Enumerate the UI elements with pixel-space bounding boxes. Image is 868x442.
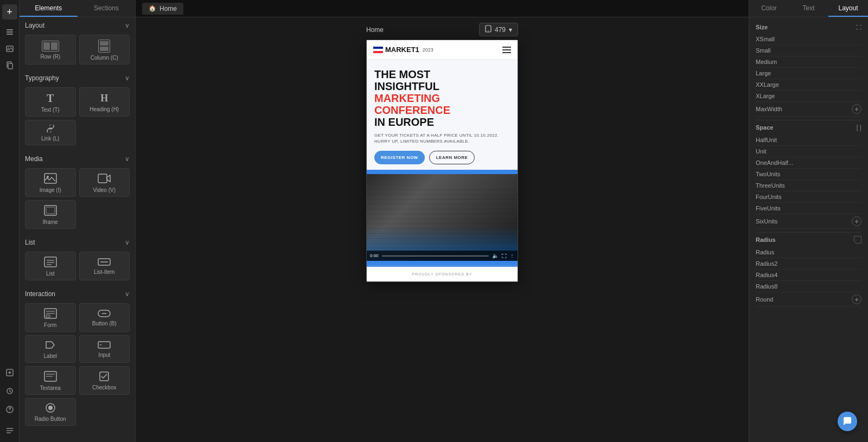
space-sixunits-row[interactable]: SixUnits +	[756, 214, 861, 229]
media-collapse-icon: ∨	[125, 155, 130, 163]
phone-preview: MARKET1 2023 THE MOST INSIGHTFUL MARKETI…	[366, 40, 518, 282]
video-time: 0:00	[370, 253, 379, 258]
image-element[interactable]: Image (I)	[25, 168, 76, 197]
typography-section-header[interactable]: Typography ∨	[20, 70, 135, 85]
svg-rect-1	[7, 34, 13, 35]
sponsor-section: PROUDLY SPONSORED BY	[367, 265, 518, 281]
label-element[interactable]: Label	[25, 335, 76, 363]
volume-icon[interactable]: 🔈	[492, 253, 499, 259]
column-element[interactable]: Column (C)	[79, 35, 130, 65]
more-icon[interactable]: ⋮	[510, 253, 514, 258]
space-fourunits-row[interactable]: FourUnits	[756, 191, 861, 203]
label-icon	[45, 340, 56, 351]
link-icon	[46, 125, 55, 133]
mobile-icon	[485, 25, 492, 34]
sixunits-add-btn[interactable]: +	[852, 216, 861, 226]
chat-bubble[interactable]	[838, 412, 857, 431]
hamburger-menu[interactable]	[502, 47, 511, 53]
textarea-icon	[44, 371, 57, 383]
checkbox-element[interactable]: Checkbox	[79, 366, 130, 395]
media-section-header[interactable]: Media ∨	[20, 151, 135, 166]
checkbox-icon	[99, 371, 109, 382]
textarea-element[interactable]: Textarea	[25, 366, 76, 395]
round-row[interactable]: Round +	[756, 292, 861, 307]
size-large-row[interactable]: Large	[756, 68, 861, 79]
row-element[interactable]: Row (R)	[25, 35, 76, 65]
add-icon[interactable]: +	[2, 4, 17, 20]
list-section-header[interactable]: List ∨	[20, 234, 135, 249]
list-item-element[interactable]: List-Item	[79, 252, 130, 280]
size-maxwidth-row[interactable]: MaxWidth +	[756, 102, 861, 117]
text-element[interactable]: T Text (T)	[25, 87, 76, 117]
svg-rect-6	[8, 63, 12, 69]
radius4-row[interactable]: Radius4	[756, 270, 861, 281]
svg-rect-16	[98, 174, 107, 183]
typography-collapse-icon: ∨	[125, 74, 130, 82]
tab-layout[interactable]: Layout	[828, 0, 868, 17]
layout-collapse-icon: ∨	[125, 22, 130, 29]
bottom-icon-1[interactable]	[2, 365, 17, 380]
size-small-row[interactable]: Small	[756, 45, 861, 56]
space-threeunits-row[interactable]: ThreeUnits	[756, 180, 861, 191]
bottom-icon-2[interactable]	[2, 383, 17, 399]
video-element[interactable]: Video (V)	[79, 168, 130, 197]
register-now-button[interactable]: REGISTER NOW	[374, 151, 425, 164]
tab-text[interactable]: Text	[789, 0, 828, 17]
size-xsmall-row[interactable]: XSmall	[756, 34, 861, 45]
input-element[interactable]: Input	[79, 335, 130, 363]
home-tab-icon: 🏠	[149, 5, 156, 12]
learn-more-button[interactable]: LEARN MORE	[429, 151, 475, 164]
video-icon	[98, 173, 111, 185]
round-add-btn[interactable]: +	[852, 294, 861, 304]
layers-icon[interactable]	[2, 25, 17, 40]
size-xlarge-row[interactable]: XLarge	[756, 91, 861, 102]
space-unit-row[interactable]: Unit	[756, 146, 861, 157]
button-element[interactable]: Button (B)	[79, 303, 130, 332]
svg-point-10	[9, 411, 10, 412]
interaction-section-header[interactable]: Interaction ∨	[20, 286, 135, 301]
layout-section-header[interactable]: Layout ∨	[20, 17, 135, 33]
svg-rect-18	[46, 207, 55, 214]
space-oneandahalf-row[interactable]: OneAndHalf...	[756, 157, 861, 169]
brand-name: MARKET1	[385, 46, 419, 54]
list-item-icon	[98, 258, 111, 267]
pages-icon[interactable]	[2, 57, 17, 73]
brand-year: 2023	[423, 47, 433, 53]
form-element[interactable]: Form	[25, 303, 76, 332]
radius2-row[interactable]: Radius2	[756, 258, 861, 270]
fullscreen-icon[interactable]: ⛶	[502, 253, 507, 259]
list-icon[interactable]	[2, 422, 17, 438]
heading-icon: H	[100, 93, 108, 104]
heading-element[interactable]: H Heading (H)	[79, 87, 130, 117]
link-element[interactable]: Link (L)	[25, 120, 76, 145]
device-size-btn[interactable]: 479 ▾	[479, 23, 518, 36]
space-section-title: Space	[756, 124, 773, 131]
tab-sections[interactable]: Sections	[78, 0, 136, 17]
iframe-element[interactable]: Iframe	[25, 200, 76, 229]
svg-point-38	[48, 406, 53, 410]
size-expand-icon[interactable]: ⛶	[856, 24, 861, 30]
svg-point-4	[8, 48, 9, 49]
space-halfunit-row[interactable]: HalfUnit	[756, 134, 861, 146]
list-element[interactable]: List	[25, 252, 76, 280]
video-progress-bar	[382, 255, 489, 257]
home-tab[interactable]: 🏠 Home	[142, 3, 183, 15]
tab-color[interactable]: Color	[749, 0, 789, 17]
size-medium-row[interactable]: Medium	[756, 56, 861, 68]
iframe-icon	[44, 205, 57, 217]
image-icon[interactable]	[2, 41, 17, 56]
maxwidth-add-btn[interactable]: +	[852, 104, 861, 114]
tab-elements[interactable]: Elements	[20, 0, 78, 17]
help-icon[interactable]	[2, 402, 17, 417]
radius-row[interactable]: Radius	[756, 247, 861, 258]
device-label: Home	[366, 26, 384, 34]
radius8-row[interactable]: Radius8	[756, 281, 861, 292]
radius-icon	[854, 236, 861, 244]
space-twounits-row[interactable]: TwoUnits	[756, 169, 861, 180]
radio-button-element[interactable]: Radio Button	[25, 398, 76, 426]
size-xxlarge-row[interactable]: XXLarge	[756, 79, 861, 91]
brand-flag	[373, 47, 383, 53]
sponsor-label: PROUDLY SPONSORED BY	[372, 272, 512, 276]
space-fiveunits-row[interactable]: FiveUnits	[756, 203, 861, 214]
form-icon	[44, 308, 57, 320]
